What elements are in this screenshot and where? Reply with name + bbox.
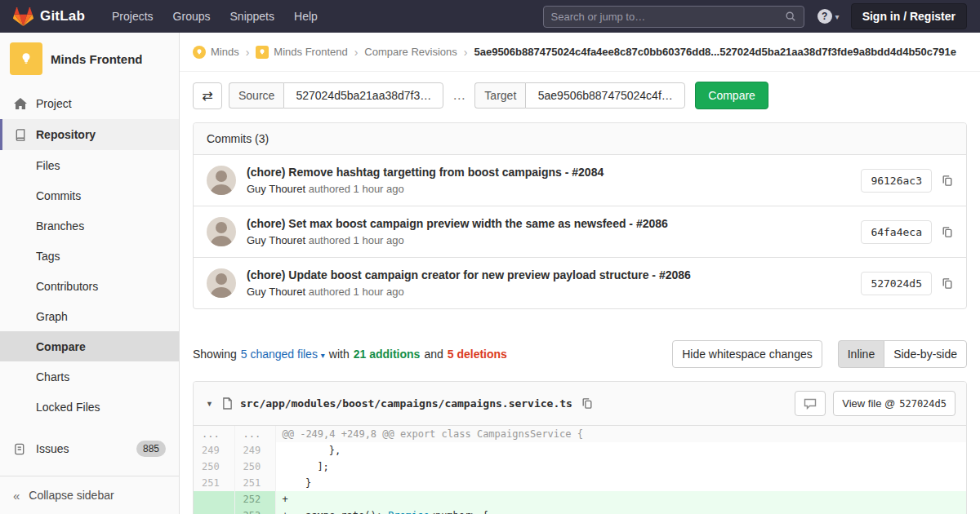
compare-form: ⇄ Source 527024d5ba21aa38d7f3… … Target … [193,82,967,109]
copy-icon [942,277,953,290]
gitlab-logo[interactable]: GitLab [13,7,85,26]
commit-author[interactable]: Guy Thouret [247,286,305,298]
navbar-item-help[interactable]: Help [285,3,327,29]
sidebar-item-contributors[interactable]: Contributors [0,271,179,301]
project-avatar-small [256,46,269,59]
copy-sha-button[interactable] [942,277,953,290]
and-label: and [424,348,443,361]
new-line-number[interactable]: 253 [234,507,275,514]
author-avatar[interactable] [207,217,236,246]
sidebar-item-tags[interactable]: Tags [0,241,179,271]
breadcrumb-page[interactable]: Compare Revisions [364,46,457,58]
question-mark-icon: ? [817,9,832,24]
diff-stats-bar: Showing 5 changed files ▾ with 21 additi… [193,340,967,368]
target-revision-dropdown[interactable]: 5ae9506b887475024c4f… [525,82,685,109]
new-line-number[interactable]: 249 [234,442,275,459]
deletions-count: 5 deletions [448,348,507,361]
old-line-number[interactable]: 251 [194,475,234,491]
author-avatar[interactable] [207,268,236,298]
author-avatar[interactable] [207,166,236,195]
navbar-item-snippets[interactable]: Snippets [221,3,283,29]
sidebar-item-files[interactable]: Files [0,150,179,180]
sidebar-project-header[interactable]: Minds Frontend [0,33,179,82]
sidebar-item-repository[interactable]: Repository [0,119,179,150]
target-label: Target [474,82,525,109]
commit-sha[interactable]: 64fa4eca [861,220,932,244]
new-line-number[interactable]: 250 [234,459,275,475]
source-label: Source [229,82,283,109]
compare-button[interactable]: Compare [695,82,768,109]
collapse-sidebar-button[interactable]: « Collapse sidebar [0,476,179,514]
commit-sha[interactable]: 96126ac3 [861,169,932,193]
collapse-file-caret-icon[interactable]: ▼ [204,400,215,408]
diff-file-header: ▼ src/app/modules/boost/campaigns/campai… [194,382,966,426]
comment-icon [804,398,817,410]
diff-added-row: 253 + async rate(): Promise<number> { [194,507,966,514]
diff-view-toggle: Inline Side-by-side [838,340,967,368]
commit-author[interactable]: Guy Thouret [247,183,305,195]
old-line-number[interactable] [194,507,234,514]
inline-view-button[interactable]: Inline [838,340,884,368]
swap-revisions-button[interactable]: ⇄ [193,82,222,109]
top-navbar: GitLab Projects Groups Snippets Help ? ▾… [0,0,980,33]
diff-line-row: 251 251 } [194,475,966,491]
commit-title[interactable]: (chore) Set max boost campaign preview w… [247,217,861,230]
new-line-number[interactable]: 251 [234,475,275,491]
commit-row: (chore) Remove hashtag targetting from b… [194,155,966,206]
file-icon [222,397,233,410]
source-input-group: Source 527024d5ba21aa38d7f3… [229,82,443,109]
navbar-item-projects[interactable]: Projects [103,3,163,29]
sidebar-item-charts[interactable]: Charts [0,361,179,392]
search-input[interactable] [551,11,785,23]
sidebar-item-commits[interactable]: Commits [0,180,179,210]
help-dropdown-button[interactable]: ? ▾ [817,9,840,24]
home-icon [13,98,27,110]
source-revision-dropdown[interactable]: 527024d5ba21aa38d7f3… [283,82,443,109]
toggle-comments-button[interactable] [795,391,826,416]
copy-file-path-button[interactable] [581,397,593,410]
commit-author[interactable]: Guy Thouret [247,234,305,246]
commit-authored-time: authored 1 hour ago [309,183,404,195]
side-by-side-view-button[interactable]: Side-by-side [884,340,967,368]
old-line-number[interactable]: 250 [194,459,234,475]
sidebar-item-branches[interactable]: Branches [0,210,179,241]
diff-table: ... ... @@ -249,4 +249,8 @@ export class… [194,426,966,514]
breadcrumb-project[interactable]: Minds Frontend [256,46,347,59]
breadcrumb-group[interactable]: Minds [193,46,239,59]
type-token: Promise [388,510,430,514]
hide-whitespace-button[interactable]: Hide whitespace changes [672,340,822,368]
sidebar-item-compare[interactable]: Compare [0,331,179,361]
sidebar-item-locked-files[interactable]: Locked Files [0,392,179,422]
view-file-button[interactable]: View file @ 527024d5 [833,391,956,416]
old-line-number[interactable]: 249 [194,442,234,459]
commit-sha[interactable]: 527024d5 [861,272,932,295]
old-line-number[interactable] [194,491,234,507]
global-search[interactable] [543,6,804,28]
collapse-sidebar-label: Collapse sidebar [29,489,114,502]
sign-in-register-button[interactable]: Sign in / Register [851,3,967,29]
commits-panel-header: Commits (3) [194,123,966,155]
new-line-number[interactable]: 252 [234,491,275,507]
chevron-right-icon: › [246,46,250,59]
project-sidebar: Minds Frontend Project Repository Files … [0,33,180,514]
copy-icon [942,175,953,187]
sidebar-item-label: Repository [36,128,96,141]
navbar-item-groups[interactable]: Groups [164,3,220,29]
copy-sha-button[interactable] [942,175,953,187]
gitlab-tanuki-icon [13,7,33,26]
commit-title[interactable]: (chore) Remove hashtag targetting from b… [247,166,861,179]
hunk-old-marker: ... [194,426,234,442]
sidebar-item-issues[interactable]: Issues 885 [0,433,179,464]
diff-file-path[interactable]: src/app/modules/boost/campaigns/campaign… [240,397,572,410]
sidebar-item-graph[interactable]: Graph [0,301,179,331]
changed-files-dropdown[interactable]: 5 changed files ▾ [241,348,325,361]
showing-label: Showing [193,348,237,361]
group-avatar [193,46,206,59]
commit-title[interactable]: (chore) Update boost campaign creator fo… [247,268,861,281]
main-content: Minds › Minds Frontend › Compare Revisio… [180,33,980,514]
copy-icon [581,397,593,410]
copy-sha-button[interactable] [942,226,953,238]
range-ellipsis: … [450,88,468,103]
sidebar-item-project[interactable]: Project [0,88,179,119]
commits-panel: Commits (3) (chore) Remove hashtag targe… [193,122,967,309]
